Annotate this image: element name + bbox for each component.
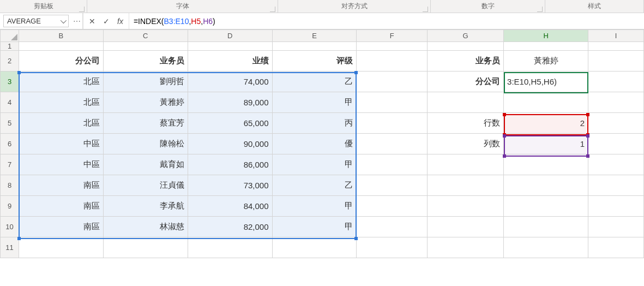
cell[interactable] [357,92,428,113]
cell[interactable] [103,237,188,258]
cell[interactable]: 中區 [19,134,103,154]
cell[interactable] [504,196,588,217]
enter-icon[interactable]: ✓ [103,17,110,26]
cell[interactable] [504,92,588,113]
cell[interactable] [504,42,588,51]
cell[interactable] [588,134,644,154]
cell[interactable] [357,237,428,258]
cell[interactable] [272,237,357,258]
cell[interactable] [357,175,428,196]
cell[interactable]: 南區 [19,196,103,217]
cell-active[interactable]: 3:E10,H5,H6) [504,72,588,92]
cell[interactable] [588,154,644,175]
row-header[interactable]: 9 [1,196,19,217]
cell[interactable]: 戴育如 [103,154,188,175]
cell[interactable]: 74,000 [188,72,272,92]
cell[interactable] [588,72,644,92]
cell[interactable] [428,217,504,237]
select-all-corner[interactable] [1,30,19,42]
col-header[interactable]: H [504,30,588,42]
cell[interactable] [357,154,428,175]
col-header[interactable]: D [188,30,272,42]
ribbon-group-alignment[interactable]: 对齐方式 [278,0,431,13]
col-header[interactable]: C [103,30,188,42]
cell[interactable] [357,196,428,217]
dialog-launcher-icon[interactable] [79,7,85,12]
cell[interactable] [357,134,428,154]
col-header[interactable]: I [588,30,644,42]
cell[interactable]: 甲 [272,92,357,113]
row-header[interactable]: 4 [1,92,19,113]
cell[interactable]: 2 [504,113,588,134]
cell[interactable]: 乙 [272,175,357,196]
cell[interactable] [588,196,644,217]
cell[interactable]: 林淑慈 [103,217,188,237]
cell[interactable] [428,154,504,175]
row-header[interactable]: 11 [1,237,19,258]
row-header[interactable]: 5 [1,113,19,134]
dialog-launcher-icon[interactable] [270,7,275,12]
cell[interactable]: 分公司 [19,51,103,72]
cell[interactable] [428,175,504,196]
cancel-icon[interactable]: ✕ [89,17,95,26]
cell[interactable] [504,154,588,175]
cell[interactable] [588,237,644,258]
cell[interactable] [588,217,644,237]
cell[interactable] [103,42,188,51]
name-box[interactable]: AVERAGE [3,15,69,27]
col-header[interactable]: B [19,30,103,42]
cell[interactable]: 陳翰松 [103,134,188,154]
row-header[interactable]: 6 [1,134,19,154]
cell[interactable] [504,237,588,258]
cell[interactable]: 甲 [272,217,357,237]
cell[interactable] [504,217,588,237]
ribbon-group-clipboard[interactable]: 剪贴板 [0,0,87,13]
row-header[interactable]: 10 [1,217,19,237]
cell[interactable]: 北區 [19,113,103,134]
cell[interactable]: 甲 [272,196,357,217]
cell[interactable]: 84,000 [188,196,272,217]
col-header[interactable]: G [428,30,504,42]
cell[interactable]: 65,000 [188,113,272,134]
col-header[interactable]: E [272,30,357,42]
worksheet[interactable]: B C D E F G H I 1 2 分公司 业务员 业绩 评级 业务员 黃雅… [0,29,644,258]
cell[interactable] [272,42,357,51]
cell[interactable]: 90,000 [188,134,272,154]
cell[interactable] [19,42,103,51]
cell[interactable]: 分公司 [428,72,504,92]
chevron-down-icon[interactable] [61,17,67,23]
cell[interactable]: 乙 [272,72,357,92]
cell[interactable]: 黃雅婷 [103,92,188,113]
cell[interactable] [428,196,504,217]
expand-formula-icon[interactable]: ⋯ [71,13,83,29]
cell[interactable]: 1 [504,134,588,154]
cell[interactable]: 劉明哲 [103,72,188,92]
cell[interactable]: 82,000 [188,217,272,237]
cell[interactable]: 业务员 [103,51,188,72]
cell[interactable]: 评级 [272,51,357,72]
cell[interactable]: 南區 [19,175,103,196]
formula-input[interactable]: =INDEX(B3:E10,H5,H6) [129,13,644,29]
cell[interactable] [357,51,428,72]
cell[interactable] [357,42,428,51]
cell[interactable]: 黃雅婷 [504,51,588,72]
cell[interactable]: 业务员 [428,51,504,72]
cell[interactable] [428,42,504,51]
cell[interactable] [357,113,428,134]
dialog-launcher-icon[interactable] [423,7,428,12]
cell[interactable] [428,92,504,113]
cell[interactable]: 北區 [19,92,103,113]
ribbon-group-number[interactable]: 数字 [431,0,545,13]
cell[interactable]: 89,000 [188,92,272,113]
col-header[interactable]: F [357,30,428,42]
row-header[interactable]: 1 [1,42,19,51]
cell[interactable] [188,237,272,258]
cell[interactable]: 北區 [19,72,103,92]
row-header[interactable]: 7 [1,154,19,175]
cell[interactable] [504,175,588,196]
cell[interactable]: 優 [272,134,357,154]
cell[interactable]: 业绩 [188,51,272,72]
cell[interactable] [188,42,272,51]
row-header[interactable]: 3 [1,72,19,92]
fx-icon[interactable]: fx [117,17,123,26]
